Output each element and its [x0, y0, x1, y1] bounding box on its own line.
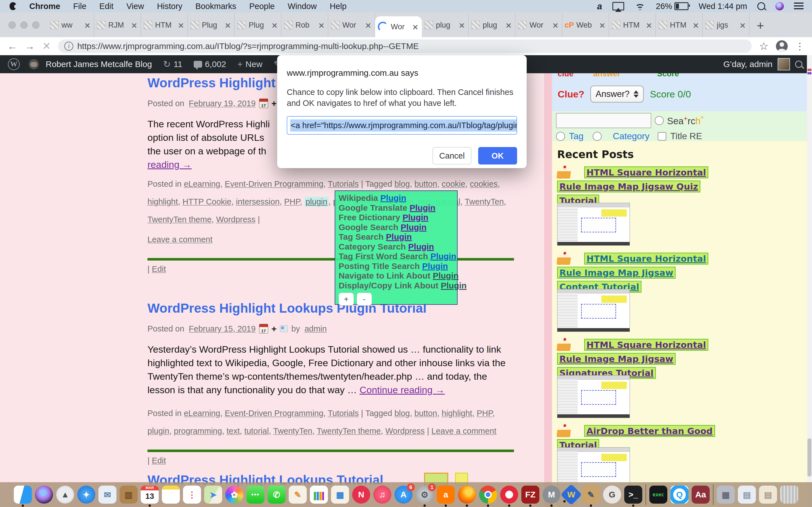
recent-post-link[interactable]: Rule Image Map Jigsaw [557, 267, 675, 279]
browser-tab[interactable]: Plug [235, 13, 282, 37]
dock-icon[interactable]: ➤ [204, 486, 222, 504]
post2-date-link[interactable]: February 15, 2019 [189, 324, 256, 334]
scrollbar-thumb[interactable] [808, 438, 811, 476]
tag-link[interactable]: , [465, 179, 470, 188]
tag-link[interactable]: , [437, 179, 442, 188]
dock-icon[interactable]: ▦ [717, 486, 735, 504]
new-tab-button[interactable]: + [749, 18, 771, 37]
dock-icon[interactable]: ✎ [582, 486, 600, 504]
recent-post-link[interactable]: HTML Square Horizontal [584, 252, 708, 265]
admin-avatar[interactable] [777, 58, 790, 70]
tab-close-icon[interactable] [318, 21, 325, 29]
airplay-icon[interactable] [612, 2, 624, 10]
tag-link[interactable]: plugin [305, 196, 328, 207]
browser-tab[interactable]: Wor [375, 16, 422, 37]
tag-link[interactable]: Tutorials [327, 179, 359, 188]
dock-icon[interactable] [479, 486, 497, 504]
plugin-link[interactable]: Plugin [403, 213, 428, 222]
omnibox[interactable]: i https://www.rjmprogramming.com.au/ITbl… [58, 40, 752, 53]
dock-icon[interactable] [35, 486, 53, 504]
tag-link[interactable]: , [323, 409, 328, 418]
tag-link[interactable]: TwentyTen theme [147, 215, 211, 224]
menubar-clock[interactable]: Wed 1:44 pm [699, 2, 747, 11]
dock-icon[interactable]: Q [670, 486, 689, 504]
dock-icon[interactable]: ♫ [373, 486, 391, 504]
tag-link[interactable]: , [178, 197, 183, 206]
tag-link[interactable]: , [280, 197, 284, 206]
plugin-link[interactable]: Plugin [386, 232, 412, 241]
tag-link[interactable]: highlight [147, 197, 178, 206]
tag-link[interactable]: PHP [477, 409, 493, 418]
wp-search-icon[interactable] [795, 61, 802, 68]
stop-loading-icon[interactable]: ✕ [42, 40, 51, 52]
recent-post-link[interactable]: HTML Square Horizontal [584, 166, 708, 178]
menubar-app-name[interactable]: Chrome [29, 2, 60, 11]
continue-reading-link[interactable]: Continue reading → [359, 385, 445, 395]
tag-link[interactable]: cookie [442, 179, 465, 188]
plugin-link[interactable]: Plugin [441, 281, 467, 290]
dock-icon[interactable]: ✎ [289, 486, 307, 504]
tag-link[interactable]: , [328, 197, 333, 206]
tag-link[interactable]: highlight [442, 409, 472, 418]
dock-icon[interactable]: ▦ [331, 486, 349, 504]
wordpress-logo-icon[interactable]: W [8, 58, 20, 70]
tag-link[interactable]: eLearning [184, 409, 220, 418]
ok-button[interactable]: OK [478, 147, 517, 165]
dock-icon[interactable]: N [352, 486, 370, 504]
tab-close-icon[interactable] [84, 21, 91, 29]
dock-icon[interactable]: G [603, 486, 621, 504]
menubar-item[interactable]: File [73, 2, 87, 11]
tag-link[interactable]: text [227, 427, 240, 436]
tag-link[interactable]: Wordpress [216, 215, 255, 224]
tag-link[interactable]: TwentyTen theme [317, 427, 380, 436]
tag-link[interactable]: , [269, 427, 273, 436]
tag-link[interactable]: Wordpress [386, 427, 425, 436]
menubar-item[interactable]: Window [288, 2, 317, 11]
dock-icon[interactable]: W [560, 484, 582, 505]
tag-link[interactable]: button [414, 179, 437, 188]
author-link[interactable]: admin [305, 324, 327, 334]
tag-link[interactable]: Event-Driven Programming [225, 409, 323, 418]
browser-tab[interactable]: jigs [703, 13, 749, 37]
dock-icon[interactable]: a [437, 486, 455, 504]
tag-link[interactable]: , [504, 197, 506, 206]
battery-indicator[interactable]: 26% [656, 2, 689, 11]
tag-link[interactable]: , [240, 427, 244, 436]
tab-close-icon[interactable] [131, 21, 138, 29]
tag-link[interactable]: plugin [147, 427, 169, 436]
tag-link[interactable]: , [220, 179, 225, 188]
tag-link[interactable]: button [414, 409, 437, 418]
tag-link[interactable]: Posted in [147, 179, 184, 188]
browser-tab[interactable]: Plug [188, 13, 235, 37]
browser-tab[interactable]: RJM [94, 13, 141, 37]
calendar-icon[interactable]: 17 [259, 324, 268, 334]
dock-icon[interactable]: FZ [521, 486, 539, 504]
avast-menu-icon[interactable]: a [597, 1, 603, 11]
category-radio[interactable] [593, 132, 602, 141]
recent-post-thumbnail[interactable] [557, 203, 630, 245]
popup-plus-button[interactable]: + [339, 293, 354, 305]
tab-close-icon[interactable] [271, 21, 278, 29]
browser-scrollbar[interactable] [807, 55, 812, 507]
recent-post-thumbnail[interactable] [557, 375, 630, 418]
spotlight-icon[interactable] [757, 2, 765, 10]
media-icon[interactable] [280, 325, 288, 332]
url-text[interactable]: https://www.rjmprogramming.com.au/ITblog… [77, 41, 419, 51]
back-icon[interactable]: ← [7, 40, 17, 52]
tag-link[interactable]: blog [395, 409, 410, 418]
dock-icon[interactable]: Aa [692, 486, 710, 504]
sidebar-search-input[interactable] [556, 113, 651, 128]
tab-close-icon[interactable] [645, 21, 653, 29]
apple-icon[interactable] [10, 2, 16, 10]
tag-link[interactable]: , [312, 427, 317, 436]
plus-icon[interactable]: + [271, 98, 277, 109]
dock-icon[interactable]: ••• [246, 486, 264, 504]
browser-tab[interactable]: ww [47, 13, 94, 37]
tag-link[interactable]: | Tagged [359, 409, 395, 418]
dock-icon[interactable] [162, 486, 180, 504]
dock-icon[interactable]: ✆ [267, 486, 286, 504]
browser-tab[interactable]: HTM [141, 13, 188, 37]
browser-tab[interactable]: plug [422, 13, 469, 37]
menubar-item[interactable]: Edit [99, 2, 113, 11]
dock-icon[interactable]: ▤ [738, 486, 756, 504]
